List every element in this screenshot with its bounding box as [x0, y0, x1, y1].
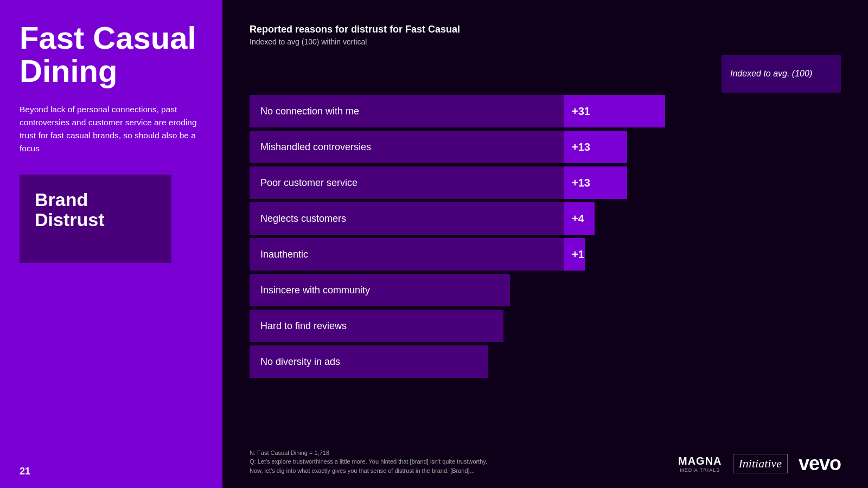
- brand-distrust-box: Brand Distrust: [20, 175, 171, 263]
- logos: MAGNA MEDIA TRIALS Initiative vevo: [678, 452, 841, 475]
- bar-value: +1: [564, 238, 585, 271]
- bar-row: Neglects customers +4: [250, 202, 841, 235]
- magna-subtext: MEDIA TRIALS: [680, 467, 720, 473]
- index-header: Indexed to avg. (100): [722, 55, 841, 93]
- chart-area: Indexed to avg. (100) No connection with…: [250, 55, 841, 442]
- brand-distrust-title: Brand Distrust: [35, 190, 156, 230]
- bar-label: Mishandled controversies: [250, 131, 564, 163]
- bar-row: Inauthentic +1: [250, 238, 841, 271]
- bar-label: Neglects customers: [250, 202, 564, 235]
- vevo-logo: vevo: [799, 452, 841, 475]
- bar-row: Mishandled controversies +13: [250, 131, 841, 163]
- bar-label: Hard to find reviews: [250, 310, 503, 342]
- chart-subtitle: Indexed to avg (100) within vertical: [250, 37, 841, 46]
- bar-label: No connection with me: [250, 95, 564, 127]
- bar-label: No diversity in ads: [250, 345, 488, 378]
- right-panel: Reported reasons for distrust for Fast C…: [222, 0, 868, 488]
- chart-title: Reported reasons for distrust for Fast C…: [250, 24, 841, 35]
- description: Beyond lack of personal connections, pas…: [20, 103, 203, 155]
- bar-label: Insincere with community: [250, 274, 510, 306]
- initiative-logo: Initiative: [733, 454, 788, 473]
- chart-header: Reported reasons for distrust for Fast C…: [250, 24, 841, 46]
- bars-container: No connection with me +31 Mishandled con…: [250, 95, 841, 442]
- bar-value: +4: [564, 202, 595, 235]
- footnote-line3: Now, let's dig into what exactly gives y…: [250, 466, 487, 476]
- bar-row: Poor customer service +13: [250, 166, 841, 199]
- footnote-line2: Q: Let's explore trustworthiness a littl…: [250, 457, 487, 466]
- bar-row: No diversity in ads: [250, 345, 841, 378]
- bar-value: +13: [564, 131, 627, 163]
- bar-row: Hard to find reviews: [250, 310, 841, 342]
- footnote-line1: N: Fast Casual Dining = 1,718: [250, 448, 487, 458]
- vevo-text: vevo: [799, 452, 841, 474]
- bar-label: Poor customer service: [250, 166, 564, 199]
- page-number: 21: [20, 466, 30, 477]
- magna-logo: MAGNA MEDIA TRIALS: [678, 455, 722, 473]
- main-title: Fast Casual Dining: [20, 22, 203, 88]
- footer: N: Fast Casual Dining = 1,718 Q: Let's e…: [250, 448, 841, 476]
- bar-label: Inauthentic: [250, 238, 564, 271]
- bar-row: No connection with me +31: [250, 95, 841, 127]
- bar-row: Insincere with community: [250, 274, 841, 306]
- bar-value: +31: [564, 95, 665, 127]
- footnote: N: Fast Casual Dining = 1,718 Q: Let's e…: [250, 448, 487, 476]
- magna-text: MAGNA: [678, 455, 722, 467]
- bar-value: +13: [564, 166, 627, 199]
- left-panel: Fast Casual Dining Beyond lack of person…: [0, 0, 222, 488]
